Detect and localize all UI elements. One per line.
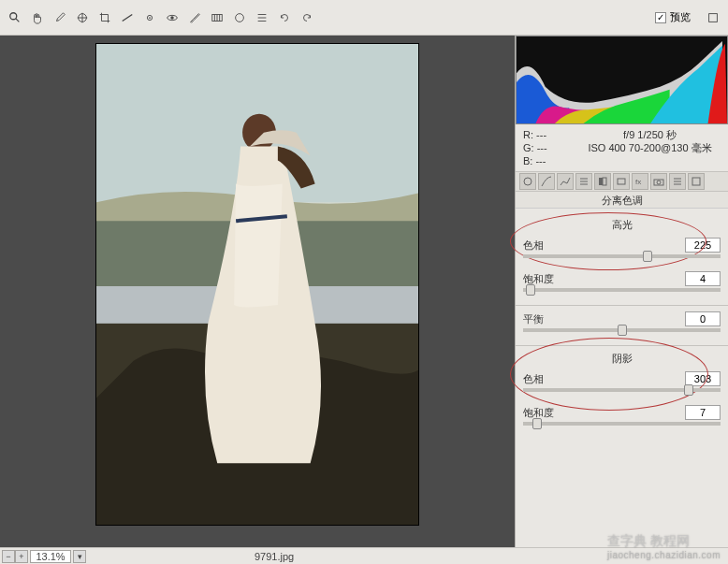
tab-basic-icon[interactable] bbox=[519, 173, 536, 190]
svg-point-7 bbox=[149, 17, 151, 19]
slider-thumb[interactable] bbox=[643, 251, 652, 262]
shadows-hue-slider[interactable] bbox=[523, 388, 721, 392]
exif-info: R: --- G: --- B: --- f/9 1/250 秒 ISO 400… bbox=[516, 124, 728, 171]
radial-icon[interactable] bbox=[232, 10, 247, 25]
tab-lens-icon[interactable] bbox=[613, 173, 630, 190]
panel-title: 分离色调 bbox=[516, 192, 728, 209]
highlights-hue-row: 色相 225 bbox=[523, 238, 721, 258]
exif-r: R: --- bbox=[523, 128, 579, 141]
highlights-sat-row: 饱和度 4 bbox=[523, 271, 721, 292]
preview-frame bbox=[95, 43, 419, 526]
spot-icon[interactable] bbox=[142, 10, 157, 25]
zoom-in-button[interactable]: + bbox=[15, 550, 28, 563]
balance-slider[interactable] bbox=[523, 328, 721, 332]
crop-icon[interactable] bbox=[97, 10, 112, 25]
straighten-icon[interactable] bbox=[120, 10, 135, 25]
histogram[interactable] bbox=[516, 36, 728, 124]
svg-point-34 bbox=[657, 181, 661, 184]
svg-rect-29 bbox=[599, 178, 603, 185]
highlights-sat-slider[interactable] bbox=[523, 288, 721, 292]
preview-checkbox[interactable]: ✓ bbox=[655, 12, 666, 23]
slider-thumb[interactable] bbox=[532, 418, 542, 429]
top-toolbar: ✓ 预览 bbox=[0, 0, 728, 36]
rotate-cw-icon[interactable] bbox=[299, 10, 314, 25]
svg-point-0 bbox=[10, 12, 17, 19]
svg-point-9 bbox=[170, 16, 174, 20]
svg-line-1 bbox=[16, 18, 20, 22]
exif-aperture-shutter: f/9 1/250 秒 bbox=[579, 128, 721, 141]
watermark-line1: 查字典 教程网 bbox=[607, 533, 690, 548]
image-preview-area[interactable] bbox=[0, 36, 515, 547]
svg-rect-38 bbox=[692, 178, 700, 185]
zoom-out-button[interactable]: − bbox=[2, 550, 15, 563]
highlights-title: 高光 bbox=[523, 218, 721, 232]
tab-split-icon[interactable] bbox=[594, 173, 611, 190]
tab-camera-icon[interactable] bbox=[650, 173, 667, 190]
exif-b: B: --- bbox=[523, 154, 579, 167]
panel-tabs: fx bbox=[516, 171, 728, 192]
slider-thumb[interactable] bbox=[618, 325, 627, 336]
exif-iso-lens: ISO 400 70-200@130 毫米 bbox=[579, 141, 721, 154]
tab-curve-icon[interactable] bbox=[538, 173, 555, 190]
rotate-ccw-icon[interactable] bbox=[277, 10, 292, 25]
redeye-icon[interactable] bbox=[165, 10, 180, 25]
watermark: 查字典 教程网 jiaocheng.chazidian.com bbox=[607, 533, 721, 560]
balance-label: 平衡 bbox=[523, 312, 544, 326]
preview-label: 预览 bbox=[670, 10, 691, 24]
svg-rect-18 bbox=[709, 13, 718, 22]
eyedropper-icon[interactable] bbox=[52, 10, 67, 25]
shadows-hue-row: 色相 303 bbox=[523, 371, 721, 392]
zoom-value[interactable]: 13.1% bbox=[30, 550, 71, 563]
balance-row: 平衡 0 bbox=[523, 311, 721, 332]
highlights-hue-slider[interactable] bbox=[523, 254, 721, 258]
tab-preset-icon[interactable] bbox=[669, 173, 686, 190]
shadows-sat-row: 饱和度 7 bbox=[523, 405, 721, 426]
photo bbox=[96, 44, 418, 525]
exif-g: G: --- bbox=[523, 141, 579, 154]
shadows-title: 阴影 bbox=[523, 352, 721, 366]
zoom-dropdown-button[interactable]: ▾ bbox=[73, 550, 86, 563]
gradient-icon[interactable] bbox=[210, 10, 225, 25]
hand-icon[interactable] bbox=[30, 10, 45, 25]
slider-thumb[interactable] bbox=[526, 284, 535, 296]
balance-value[interactable]: 0 bbox=[685, 311, 721, 326]
watermark-line2: jiaocheng.chazidian.com bbox=[607, 550, 721, 560]
slider-thumb[interactable] bbox=[684, 384, 693, 396]
list-icon[interactable] bbox=[255, 10, 269, 25]
tab-snap-icon[interactable] bbox=[688, 173, 705, 190]
svg-rect-31 bbox=[618, 179, 625, 184]
highlights-hue-label: 色相 bbox=[523, 239, 544, 253]
svg-rect-30 bbox=[603, 178, 606, 185]
zoom-icon[interactable] bbox=[7, 10, 22, 25]
tab-hsl-icon[interactable] bbox=[575, 173, 592, 190]
svg-text:fx: fx bbox=[635, 178, 641, 186]
brush-icon[interactable] bbox=[187, 10, 202, 25]
svg-point-25 bbox=[524, 178, 531, 185]
fullscreen-icon[interactable] bbox=[706, 10, 721, 25]
sampler-icon[interactable] bbox=[75, 10, 90, 25]
highlights-hue-value[interactable]: 225 bbox=[685, 238, 721, 253]
tab-detail-icon[interactable] bbox=[557, 173, 574, 190]
svg-point-14 bbox=[236, 13, 244, 22]
shadows-sat-slider[interactable] bbox=[523, 422, 721, 426]
shadows-hue-label: 色相 bbox=[523, 372, 544, 386]
shadows-sat-value[interactable]: 7 bbox=[685, 405, 721, 420]
filename: 9791.jpg bbox=[255, 551, 294, 562]
svg-line-5 bbox=[123, 14, 133, 21]
highlights-sat-value[interactable]: 4 bbox=[685, 271, 721, 286]
tab-fx-icon[interactable]: fx bbox=[632, 173, 648, 190]
